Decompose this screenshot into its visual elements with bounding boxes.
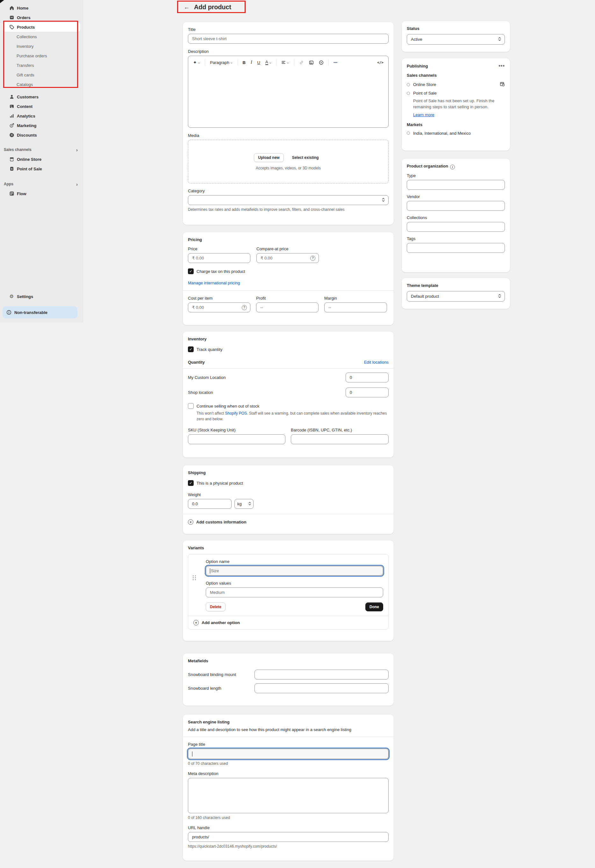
align-left-icon <box>281 60 286 65</box>
track-quantity-label: Track quantity <box>196 347 222 352</box>
sidebar-item-orders[interactable]: Orders <box>3 13 80 22</box>
snowboard-length-input[interactable] <box>254 683 388 693</box>
cost-per-item-input[interactable]: ₹ 0.00 ? <box>188 303 250 312</box>
sidebar-item-settings[interactable]: ⚙ Settings <box>3 292 80 301</box>
sku-input[interactable] <box>188 434 285 444</box>
select-existing-button[interactable]: Select existing <box>288 153 323 162</box>
bold-button[interactable]: B <box>242 59 247 66</box>
add-customs-information-button[interactable]: + Add customs information <box>188 519 388 525</box>
vendor-label: Vendor <box>407 194 505 199</box>
manage-international-pricing-link[interactable]: Manage international pricing <box>188 280 388 285</box>
sparkle-icon: ✦ <box>193 60 197 65</box>
quantity-input-shop-location[interactable] <box>345 388 388 397</box>
meta-description-textarea[interactable] <box>188 778 388 813</box>
info-icon[interactable]: i <box>450 165 455 170</box>
category-select[interactable] <box>188 195 388 205</box>
weight-unit-select[interactable]: kg <box>235 499 254 509</box>
price-input[interactable] <box>188 253 250 263</box>
type-input[interactable] <box>407 180 505 190</box>
description-editor-content[interactable] <box>188 69 388 127</box>
tags-input[interactable] <box>407 243 505 253</box>
non-transferable-banner[interactable]: Non-transferable <box>3 306 77 319</box>
edit-locations-link[interactable]: Edit locations <box>364 360 388 365</box>
sidebar-item-content[interactable]: Content <box>3 102 80 111</box>
description-editor[interactable]: ✦⌄ Paragraph⌄ B I U A⌄ ⌄ <box>188 56 388 128</box>
compare-at-price-input[interactable]: ₹ 0.00 ? <box>256 253 319 263</box>
drag-handle-icon[interactable] <box>193 576 196 580</box>
collections-label: Collections <box>407 215 505 220</box>
insert-video-button[interactable] <box>318 59 325 66</box>
sidebar-item-home[interactable]: Home <box>3 3 80 13</box>
delete-option-button[interactable]: Delete <box>206 602 226 611</box>
url-handle-input[interactable] <box>188 832 388 842</box>
price-label: Price <box>188 247 250 251</box>
link-icon <box>299 60 304 65</box>
italic-button[interactable]: I <box>250 59 253 66</box>
metafield-label: Snowboard binding mount <box>188 672 254 677</box>
status-select[interactable]: Active <box>407 34 505 44</box>
insert-link-button[interactable] <box>298 59 305 66</box>
sales-channels-header[interactable]: Sales channels › <box>3 145 80 154</box>
text-color-button[interactable]: A⌄ <box>264 59 272 66</box>
help-icon[interactable]: ? <box>310 256 315 261</box>
done-button[interactable]: Done <box>365 602 383 611</box>
divider <box>183 514 394 514</box>
sidebar-item-discounts[interactable]: Discounts <box>3 130 80 140</box>
category-hint: Determines tax rates and adds metafields… <box>188 207 388 212</box>
point-of-sale-icon: S <box>9 166 14 172</box>
media-label: Media <box>188 133 388 138</box>
more-options-button[interactable]: ⋯ <box>332 59 339 66</box>
ai-sparkle-button[interactable]: ✦⌄ <box>192 59 201 66</box>
sidebar-item-online-store[interactable]: Online Store <box>3 154 80 164</box>
sidebar-item-analytics[interactable]: Analytics <box>3 111 80 121</box>
weight-input[interactable] <box>188 499 232 509</box>
sidebar-item-purchase-orders[interactable]: Purchase orders <box>3 51 80 61</box>
product-details-card: Title Description ✦⌄ Paragraph⌄ B I U A⌄… <box>183 22 394 225</box>
show-html-button[interactable]: </> <box>376 60 384 65</box>
quantity-input-my-custom-location[interactable] <box>345 372 388 382</box>
paragraph-style-dropdown[interactable]: Paragraph⌄ <box>209 59 233 66</box>
underline-button[interactable]: U <box>256 59 261 66</box>
sidebar-item-transfers[interactable]: Transfers <box>3 61 80 70</box>
add-another-option-button[interactable]: + Add another option <box>188 616 388 629</box>
sidebar-item-flow[interactable]: Flow <box>3 189 80 198</box>
page-title-input[interactable] <box>188 748 388 759</box>
learn-more-link[interactable]: Learn more <box>413 112 434 117</box>
title-input[interactable] <box>188 34 388 44</box>
schedule-calendar-icon[interactable] <box>500 81 505 87</box>
vendor-input[interactable] <box>407 201 505 211</box>
shopify-pos-link[interactable]: Shopify POS <box>225 411 247 416</box>
sidebar-item-marketing[interactable]: Marketing <box>3 121 80 130</box>
sidebar-item-products[interactable]: Products <box>3 22 80 32</box>
alignment-button[interactable]: ⌄ <box>280 59 290 65</box>
insert-image-button[interactable] <box>308 59 315 66</box>
apps-header[interactable]: Apps › <box>3 179 80 189</box>
option-name-input[interactable]: Size <box>206 566 383 576</box>
charge-tax-checkbox[interactable]: ✓ Charge tax on this product <box>188 269 388 274</box>
sidebar-item-catalogs[interactable]: Catalogs <box>3 80 80 89</box>
upload-new-button[interactable]: Upload new <box>254 153 283 162</box>
continue-selling-checkbox[interactable]: Continue selling when out of stock <box>188 403 388 409</box>
physical-product-checkbox[interactable]: ✓ This is a physical product <box>188 480 388 486</box>
sidebar-item-customers[interactable]: Customers <box>3 92 80 102</box>
select-updown-icon <box>498 37 501 42</box>
back-arrow-icon[interactable]: ← <box>184 4 189 10</box>
customers-icon <box>9 94 14 100</box>
status-heading: Status <box>407 26 505 31</box>
more-menu-icon[interactable]: ••• <box>499 63 505 68</box>
theme-template-select[interactable]: Default product <box>407 291 505 301</box>
weight-label: Weight <box>188 492 388 497</box>
barcode-input[interactable] <box>291 434 388 444</box>
option-value-input[interactable]: Medium <box>206 588 383 597</box>
snowboard-binding-mount-input[interactable] <box>254 670 388 679</box>
profit-input: -- <box>256 303 319 312</box>
sidebar-item-collections[interactable]: Collections <box>3 32 80 41</box>
media-dropzone[interactable]: Upload new Select existing Accepts image… <box>188 140 388 183</box>
category-label: Category <box>188 189 388 193</box>
sidebar-item-inventory[interactable]: Inventory <box>3 41 80 51</box>
track-quantity-checkbox[interactable]: ✓ Track quantity <box>188 347 388 352</box>
sidebar-item-gift-cards[interactable]: Gift cards <box>3 70 80 80</box>
sidebar-item-point-of-sale[interactable]: S Point of Sale <box>3 164 80 174</box>
help-icon[interactable]: ? <box>242 305 247 310</box>
collections-input[interactable] <box>407 222 505 232</box>
